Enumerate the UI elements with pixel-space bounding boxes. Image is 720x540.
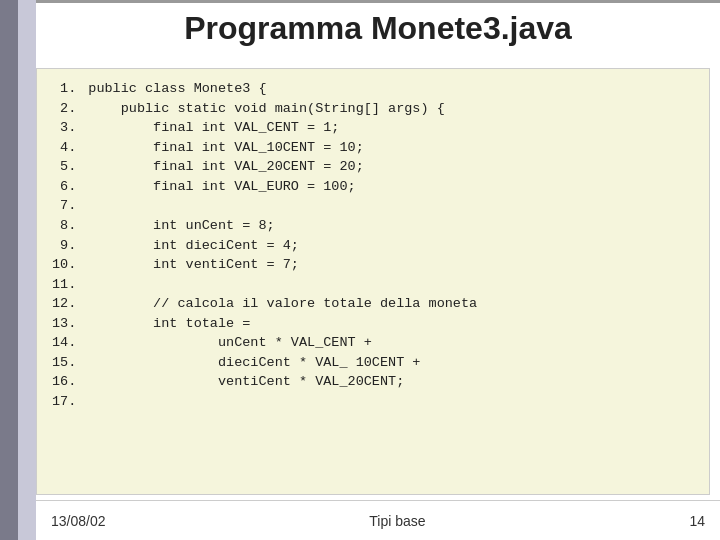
top-border (36, 0, 720, 3)
footer-center: Tipi base (369, 513, 425, 529)
line-code (88, 392, 694, 412)
line-code: final int VAL_EURO = 100; (88, 177, 694, 197)
code-line: 1.public class Monete3 { (52, 79, 694, 99)
footer-date: 13/08/02 (51, 513, 106, 529)
line-code (88, 196, 694, 216)
line-number: 10. (52, 255, 88, 275)
line-number: 16. (52, 372, 88, 392)
line-number: 8. (52, 216, 88, 236)
code-line: 11. (52, 275, 694, 295)
code-line: 10. int ventiCent = 7; (52, 255, 694, 275)
code-line: 17. (52, 392, 694, 412)
line-number: 6. (52, 177, 88, 197)
line-code: // calcola il valore totale della moneta (88, 294, 694, 314)
line-code: public static void main(String[] args) { (88, 99, 694, 119)
line-code: ventiCent * VAL_20CENT; (88, 372, 694, 392)
line-code: int ventiCent = 7; (88, 255, 694, 275)
code-line: 13. int totale = (52, 314, 694, 334)
left-bar-dark (0, 0, 18, 540)
code-container: 1.public class Monete3 {2. public static… (36, 68, 710, 495)
line-code (88, 275, 694, 295)
line-code: final int VAL_10CENT = 10; (88, 138, 694, 158)
code-line: 9. int dieciCent = 4; (52, 236, 694, 256)
line-number: 17. (52, 392, 88, 412)
line-number: 2. (52, 99, 88, 119)
line-number: 7. (52, 196, 88, 216)
line-number: 15. (52, 353, 88, 373)
code-line: 14. unCent * VAL_CENT + (52, 333, 694, 353)
line-number: 1. (52, 79, 88, 99)
line-code: dieciCent * VAL_ 10CENT + (88, 353, 694, 373)
code-line: 4. final int VAL_10CENT = 10; (52, 138, 694, 158)
code-line: 12. // calcola il valore totale della mo… (52, 294, 694, 314)
code-line: 7. (52, 196, 694, 216)
line-code: int dieciCent = 4; (88, 236, 694, 256)
line-number: 11. (52, 275, 88, 295)
line-code: public class Monete3 { (88, 79, 694, 99)
line-number: 4. (52, 138, 88, 158)
line-code: final int VAL_CENT = 1; (88, 118, 694, 138)
line-number: 5. (52, 157, 88, 177)
code-line: 2. public static void main(String[] args… (52, 99, 694, 119)
line-code: int totale = (88, 314, 694, 334)
line-code: final int VAL_20CENT = 20; (88, 157, 694, 177)
code-line: 5. final int VAL_20CENT = 20; (52, 157, 694, 177)
left-bar-light (18, 0, 36, 540)
line-number: 9. (52, 236, 88, 256)
footer: 13/08/02 Tipi base 14 (36, 500, 720, 540)
line-number: 14. (52, 333, 88, 353)
code-line: 6. final int VAL_EURO = 100; (52, 177, 694, 197)
footer-page: 14 (689, 513, 705, 529)
code-table: 1.public class Monete3 {2. public static… (52, 79, 694, 412)
line-code: unCent * VAL_CENT + (88, 333, 694, 353)
code-line: 8. int unCent = 8; (52, 216, 694, 236)
line-number: 12. (52, 294, 88, 314)
line-number: 3. (52, 118, 88, 138)
title-area: Programma Monete3.java (36, 10, 720, 47)
line-code: int unCent = 8; (88, 216, 694, 236)
code-line: 3. final int VAL_CENT = 1; (52, 118, 694, 138)
code-line: 15. dieciCent * VAL_ 10CENT + (52, 353, 694, 373)
page-title: Programma Monete3.java (36, 10, 720, 47)
code-line: 16. ventiCent * VAL_20CENT; (52, 372, 694, 392)
line-number: 13. (52, 314, 88, 334)
